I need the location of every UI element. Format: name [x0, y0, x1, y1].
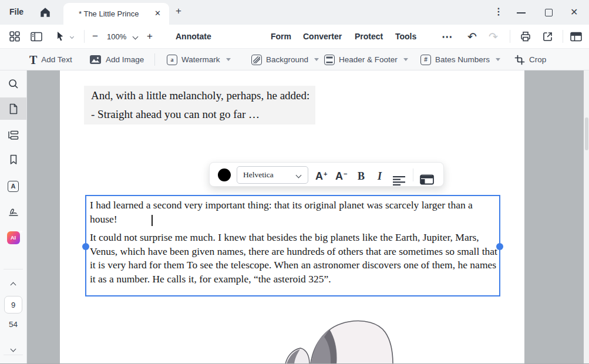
minimize-button[interactable]: [517, 12, 526, 14]
undo-icon: ↶: [467, 30, 477, 43]
annotations-panel-button[interactable]: A: [0, 175, 26, 197]
chevron-down-icon: [296, 173, 302, 178]
signature-icon: [8, 207, 19, 217]
share-button[interactable]: [542, 25, 553, 48]
select-tool-dropdown[interactable]: [70, 25, 73, 48]
crop-icon: [514, 55, 525, 65]
textbox-paragraph-2[interactable]: It could not surprise me much. I knew th…: [90, 231, 497, 286]
side-panel-icon: [31, 32, 42, 42]
search-icon: [8, 79, 19, 89]
search-panel-button[interactable]: [0, 73, 26, 95]
zoom-dropdown[interactable]: [133, 25, 137, 48]
toolbar-divider: [510, 30, 510, 43]
previous-page-button[interactable]: [0, 274, 26, 296]
toolbar-divider: [413, 168, 413, 181]
menu-protect[interactable]: Protect: [355, 25, 383, 48]
home-button[interactable]: [39, 6, 52, 19]
crop-button[interactable]: Crop: [514, 49, 546, 70]
add-text-icon: T: [29, 54, 37, 66]
next-page-button[interactable]: [0, 338, 26, 360]
file-menu[interactable]: File: [9, 7, 23, 16]
document-paragraph[interactable]: And, with a little melancholy, perhaps, …: [91, 89, 309, 102]
font-color-button[interactable]: [218, 168, 231, 181]
tab-close-icon[interactable]: ✕: [154, 9, 161, 18]
ai-assistant-button[interactable]: AI +: [0, 227, 26, 249]
header-footer-icon: [324, 55, 335, 65]
redo-icon: ↷: [489, 30, 498, 43]
document-tab[interactable]: * The Little Prince ✕: [63, 3, 169, 25]
resize-handle-left[interactable]: [82, 243, 89, 250]
zoom-in-button[interactable]: +: [147, 25, 153, 48]
sidebar-divider: [4, 269, 23, 269]
chevron-down-icon: [314, 58, 319, 61]
text-caret: [152, 215, 153, 226]
chevron-down-icon: [403, 58, 408, 61]
plus-icon: +: [147, 31, 153, 42]
print-button[interactable]: [520, 25, 531, 48]
toolbar-divider: [84, 30, 85, 43]
overflow-menu-button[interactable]: ⋯: [442, 25, 453, 48]
zoom-out-button[interactable]: −: [92, 25, 98, 48]
add-image-button[interactable]: Add Image: [89, 49, 144, 70]
edit-pdf-toolbar: T Add Text Add Image a Watermark Backgro…: [0, 48, 589, 70]
toolbar-divider: [563, 30, 563, 43]
zoom-level[interactable]: 100%: [107, 25, 126, 48]
chevron-up-icon: [11, 282, 16, 288]
background-button[interactable]: Background: [251, 49, 319, 70]
decrease-font-button[interactable]: A−: [335, 167, 347, 183]
properties-panel-toggle[interactable]: [570, 25, 582, 48]
bates-numbers-button[interactable]: # Bates Numbers: [420, 49, 500, 70]
outline-panel-button[interactable]: [0, 124, 26, 146]
bates-numbers-icon: #: [420, 55, 431, 65]
current-page-input[interactable]: 9: [4, 296, 22, 314]
maximize-button[interactable]: [545, 9, 553, 16]
bold-button[interactable]: B: [358, 167, 365, 183]
menu-tools[interactable]: Tools: [395, 25, 416, 48]
resize-handle-right[interactable]: [496, 243, 503, 250]
outline-tree-icon: [8, 130, 19, 140]
italic-button[interactable]: I: [378, 167, 382, 183]
undo-button[interactable]: ↶: [467, 25, 477, 48]
thumbnail-grid-button[interactable]: [9, 25, 20, 48]
watermark-icon: a: [167, 55, 177, 65]
home-icon: [39, 6, 52, 19]
window-menu-icon[interactable]: ⋮: [494, 6, 503, 17]
bookmark-icon: [9, 154, 18, 165]
increase-font-button[interactable]: A+: [315, 167, 327, 183]
side-panel-toggle[interactable]: [31, 25, 42, 48]
alignment-button[interactable]: [393, 170, 406, 186]
sidebar-divider: [4, 355, 23, 355]
toolbar-divider: [154, 53, 155, 66]
close-button[interactable]: ✕: [570, 6, 578, 18]
chevron-down-icon: [226, 58, 231, 61]
selected-text-box[interactable]: I had learned a second very important th…: [85, 195, 500, 296]
vertical-scrollbar[interactable]: [584, 70, 589, 364]
share-icon: [542, 31, 553, 42]
chevron-down-icon: [133, 33, 139, 39]
document-paragraph[interactable]: - Straight ahead you can not go far …: [91, 108, 260, 121]
header-footer-button[interactable]: Header & Footer: [324, 49, 408, 70]
pdf-page[interactable]: And, with a little melancholy, perhaps, …: [60, 70, 524, 364]
total-pages-label: 54: [0, 320, 26, 329]
redo-button[interactable]: ↷: [489, 25, 498, 48]
watermark-button[interactable]: a Watermark: [167, 49, 231, 70]
menu-form[interactable]: Form: [271, 25, 291, 48]
chevron-down-icon: [11, 346, 16, 352]
menu-converter[interactable]: Converter: [303, 25, 342, 48]
select-tool-button[interactable]: [55, 25, 65, 48]
signature-panel-button[interactable]: [0, 201, 26, 223]
ellipsis-icon: ⋯: [442, 30, 453, 43]
layout-panel-icon: [570, 32, 582, 42]
new-tab-button[interactable]: +: [176, 5, 181, 17]
bookmarks-panel-button[interactable]: [0, 149, 26, 171]
scrollbar-thumb[interactable]: [585, 117, 588, 150]
font-family-select[interactable]: Helvetica: [237, 166, 308, 184]
layout-panel-icon: [420, 174, 434, 185]
properties-button[interactable]: [420, 170, 434, 185]
page-thumbnails-button[interactable]: [0, 97, 26, 120]
left-sidebar: A AI + 9 54: [0, 70, 27, 364]
add-text-button[interactable]: T Add Text: [29, 49, 72, 70]
menu-annotate[interactable]: Annotate: [176, 25, 211, 48]
chevron-down-icon: [496, 58, 500, 61]
cursor-icon: [55, 31, 65, 42]
